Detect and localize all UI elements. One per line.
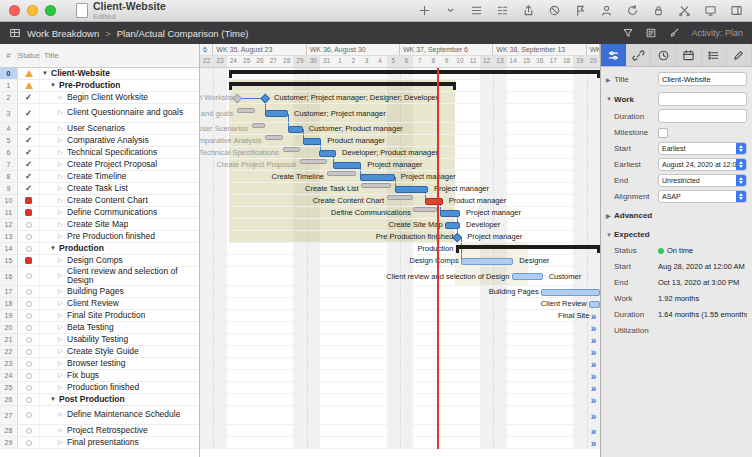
task-bar[interactable] (303, 138, 322, 145)
row-number[interactable]: 3 (0, 104, 18, 122)
view-list-icon[interactable] (470, 4, 483, 17)
planned-bar[interactable] (361, 183, 390, 188)
row-number[interactable]: 10 (0, 195, 18, 206)
style-icon[interactable] (645, 27, 657, 39)
offscreen-continuation-icon[interactable]: » (591, 372, 597, 382)
task-bar[interactable] (440, 210, 460, 217)
row-number[interactable]: 18 (0, 298, 18, 309)
work-breakdown-icon[interactable] (9, 27, 21, 39)
task-bar[interactable] (395, 186, 428, 193)
planned-milestone-diamond[interactable] (233, 93, 242, 102)
group-summary-bar[interactable] (456, 245, 600, 254)
group-summary-bar[interactable] (229, 70, 600, 79)
row-number[interactable]: 29 (0, 437, 18, 448)
row-number[interactable]: 7 (0, 159, 18, 170)
table-row[interactable]: 9✓▷Create Task List (0, 183, 199, 195)
table-row[interactable]: 28▷Project Retrospective (0, 425, 199, 437)
work-input[interactable] (658, 92, 747, 106)
table-row[interactable]: 8✓▷Create Timeline (0, 171, 199, 183)
offscreen-continuation-icon[interactable]: » (591, 396, 597, 406)
row-number[interactable]: 21 (0, 334, 18, 345)
disclosure-expanded-icon[interactable]: ▼ (606, 96, 614, 102)
disclosure-expanded-icon[interactable]: ▼ (606, 232, 614, 238)
row-number[interactable]: 22 (0, 346, 18, 357)
row-number[interactable]: 17 (0, 286, 18, 297)
stepper-icon[interactable] (736, 143, 746, 154)
table-row[interactable]: 10▷Create Content Chart (0, 195, 199, 207)
planned-bar[interactable] (237, 108, 254, 113)
table-row[interactable]: 27▷Define Maintenance Schedule (0, 406, 199, 425)
task-bar[interactable] (333, 162, 361, 169)
task-bar[interactable] (319, 150, 336, 157)
view-columns-icon[interactable] (496, 4, 509, 17)
offscreen-continuation-icon[interactable]: » (591, 412, 597, 422)
table-row[interactable]: 19▷Final Site Production (0, 310, 199, 322)
end-select[interactable]: Unrestricted (658, 174, 747, 187)
row-number[interactable]: 16 (0, 267, 18, 285)
paint-icon[interactable] (668, 27, 680, 39)
row-number[interactable]: 9 (0, 183, 18, 194)
planned-bar[interactable] (327, 171, 356, 176)
milestone-diamond[interactable] (261, 93, 270, 102)
task-bar[interactable] (265, 110, 288, 117)
panel-icon[interactable] (730, 4, 743, 17)
table-row[interactable]: 2✓▷Begin Client Worksite (0, 92, 199, 104)
offscreen-continuation-icon[interactable]: » (591, 360, 597, 370)
title-input[interactable]: Client-Website (658, 72, 747, 86)
row-number[interactable]: 1 (0, 80, 18, 91)
table-row[interactable]: 25▷Production finished (0, 382, 199, 394)
column-header-number[interactable]: # (0, 51, 18, 60)
disclosure-collapsed-icon[interactable]: ▶ (606, 212, 614, 219)
table-row[interactable]: 7✓▷Create Project Proposal (0, 159, 199, 171)
inspector-tab-list[interactable] (702, 44, 727, 66)
minimize-button[interactable] (27, 5, 38, 16)
duration-input[interactable] (658, 109, 747, 123)
column-header-status[interactable]: Status (18, 51, 40, 60)
table-row[interactable]: 29▷Final presentations (0, 437, 199, 449)
task-bar[interactable] (288, 126, 303, 133)
share-icon[interactable] (522, 4, 535, 17)
person-icon[interactable] (600, 4, 613, 17)
offscreen-continuation-icon[interactable]: » (591, 312, 597, 322)
table-row[interactable]: 24▷Fix bugs (0, 370, 199, 382)
offscreen-continuation-icon[interactable]: » (591, 324, 597, 334)
earliest-select[interactable]: August 24, 2020 at 12:00 AM (658, 158, 747, 171)
sync-icon[interactable] (626, 4, 639, 17)
hide-icon[interactable] (548, 4, 561, 17)
planned-bar[interactable] (265, 135, 282, 140)
chevron-down-icon[interactable] (444, 4, 457, 17)
start-select[interactable]: Earliest (658, 142, 747, 155)
stepper-icon[interactable] (736, 175, 746, 186)
row-number[interactable]: 20 (0, 322, 18, 333)
stepper-icon[interactable] (736, 191, 746, 202)
inspector-tab-calendar[interactable] (677, 44, 702, 66)
row-number[interactable]: 19 (0, 310, 18, 321)
row-number[interactable]: 2 (0, 92, 18, 103)
inspector-tab-sliders[interactable] (601, 44, 626, 66)
lock-icon[interactable] (652, 4, 665, 17)
group-summary-bar[interactable] (229, 82, 456, 91)
task-bar[interactable] (461, 258, 513, 265)
task-bar[interactable] (360, 174, 395, 181)
offscreen-continuation-icon[interactable]: » (591, 336, 597, 346)
milestone-checkbox[interactable] (658, 128, 668, 138)
planned-bar[interactable] (252, 123, 265, 128)
table-row[interactable]: 0▼Client-Website (0, 68, 199, 80)
zoom-button[interactable] (45, 5, 56, 16)
table-row[interactable]: 13▷Pre Production finished (0, 231, 199, 243)
row-number[interactable]: 11 (0, 207, 18, 218)
disclosure-triangle-expanded[interactable]: ▼ (50, 244, 56, 254)
table-row[interactable]: 26▼Post Production (0, 394, 199, 406)
table-row[interactable]: 23▷Browser testing (0, 358, 199, 370)
table-row[interactable]: 11▷Define Communications (0, 207, 199, 219)
table-row[interactable]: 16▷Client review and selection of Design (0, 267, 199, 286)
row-number[interactable]: 4 (0, 123, 18, 134)
table-row[interactable]: 18▷Client Review (0, 298, 199, 310)
table-row[interactable]: 12▷Create Site Map (0, 219, 199, 231)
scissors-icon[interactable] (678, 4, 691, 17)
table-row[interactable]: 20▷Beta Testing (0, 322, 199, 334)
task-bar[interactable] (589, 301, 600, 308)
close-button[interactable] (9, 5, 20, 16)
row-number[interactable]: 13 (0, 231, 18, 242)
row-number[interactable]: 6 (0, 147, 18, 158)
